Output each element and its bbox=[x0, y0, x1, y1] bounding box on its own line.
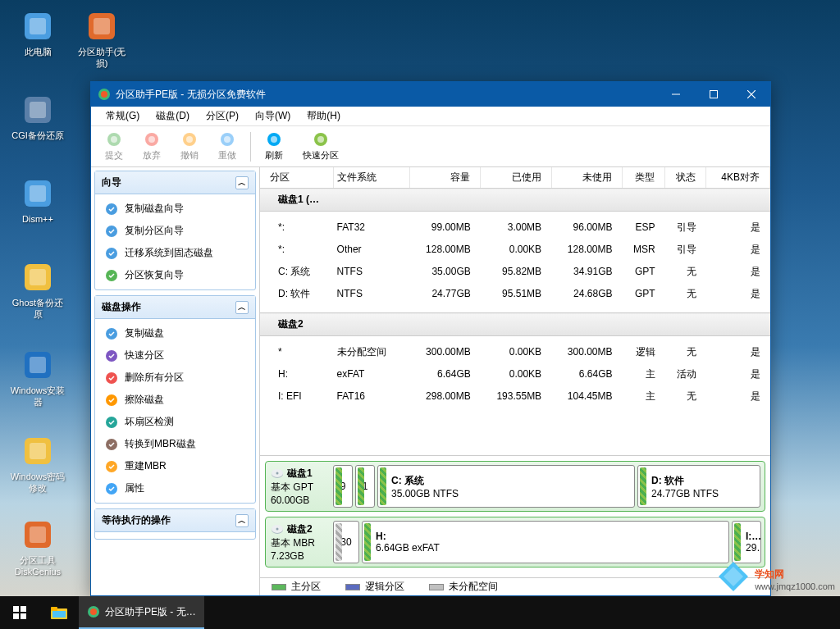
menu-item[interactable]: 向导(W) bbox=[247, 107, 299, 125]
close-button[interactable] bbox=[733, 82, 770, 107]
sidebar-item[interactable]: 迁移系统到固态磁盘 bbox=[95, 242, 255, 264]
disk-map-row[interactable]: 磁盘2基本 MBR7.23GB30H:6.64GB exFATI:…29… bbox=[265, 517, 765, 567]
menu-item[interactable]: 分区(P) bbox=[198, 107, 247, 125]
legend: 主分区逻辑分区未分配空间 bbox=[260, 577, 770, 595]
svg-rect-3 bbox=[94, 18, 110, 34]
partition-block[interactable]: 30 bbox=[333, 521, 359, 563]
partition-block[interactable]: D: 软件24.77GB NTFS bbox=[637, 465, 760, 508]
sidebar-item[interactable]: 坏扇区检测 bbox=[95, 411, 255, 433]
partition-row[interactable]: *未分配空间300.00MB0.00KB300.00MB逻辑无是 bbox=[260, 341, 770, 363]
svg-point-17 bbox=[101, 91, 107, 98]
panel-title: 磁盘操作 bbox=[102, 300, 141, 314]
cell: 6.64GB bbox=[409, 363, 480, 385]
column-header[interactable]: 未使用 bbox=[551, 167, 622, 189]
partition-row[interactable]: I: EFIFAT16298.00MB193.55MB104.45MB主无是 bbox=[260, 385, 770, 408]
item-label: 擦除磁盘 bbox=[125, 393, 164, 407]
toolbar-刷新[interactable]: 刷新 bbox=[256, 129, 292, 165]
cell: MSR bbox=[622, 239, 664, 261]
desktop-icon[interactable]: 分区工具DiskGenius bbox=[10, 518, 66, 577]
desktop-icon[interactable]: CGI备份还原 bbox=[10, 93, 66, 141]
menu-item[interactable]: 常规(G) bbox=[98, 107, 148, 125]
desktop-icon[interactable]: 分区助手(无损) bbox=[74, 10, 130, 69]
column-header[interactable]: 分区 bbox=[260, 167, 334, 189]
desktop-icon-label: Windows密码修改 bbox=[10, 471, 66, 494]
partition-block[interactable]: 9 bbox=[333, 465, 353, 508]
cell: 无 bbox=[665, 385, 706, 408]
part-title: I:… bbox=[746, 531, 756, 542]
window-title: 分区助手PE版 - 无损分区免费软件 bbox=[116, 88, 657, 102]
cell: 6.64GB bbox=[551, 363, 622, 385]
panel-header[interactable]: 向导︿ bbox=[95, 171, 255, 194]
sidebar-item[interactable]: 快速分区 bbox=[95, 344, 255, 367]
svg-point-23 bbox=[111, 136, 117, 143]
sidebar-item[interactable]: 复制分区向导 bbox=[95, 220, 255, 242]
tool-icon bbox=[266, 131, 282, 148]
cell: 24.68GB bbox=[551, 283, 622, 305]
sidebar-item[interactable]: 转换到MBR磁盘 bbox=[95, 433, 255, 455]
cell: * bbox=[260, 341, 334, 363]
column-header[interactable]: 已使用 bbox=[481, 167, 551, 189]
legend-item: 主分区 bbox=[272, 580, 321, 594]
partition-row[interactable]: C: 系统NTFS35.00GB95.82MB34.91GBGPT无是 bbox=[260, 261, 770, 283]
partition-block[interactable]: H:6.64GB exFAT bbox=[362, 521, 729, 563]
partition-row[interactable]: *:FAT3299.00MB3.00MB96.00MBESP引导是 bbox=[260, 217, 770, 239]
cell: *: bbox=[260, 217, 334, 239]
maximize-button[interactable] bbox=[695, 82, 733, 107]
taskbar-task-active[interactable]: 分区助手PE版 - 无… bbox=[79, 596, 204, 629]
partition-row[interactable]: D: 软件NTFS24.77GB95.51MB24.68GBGPT无是 bbox=[260, 283, 770, 305]
app-icon bbox=[87, 605, 100, 618]
svg-rect-54 bbox=[13, 606, 19, 612]
disk-header-row[interactable]: 磁盘1 (… bbox=[260, 189, 770, 212]
collapse-icon[interactable]: ︿ bbox=[235, 301, 249, 314]
partition-block[interactable]: 1 bbox=[355, 465, 375, 508]
cell: NTFS bbox=[334, 261, 410, 283]
legend-label: 逻辑分区 bbox=[365, 580, 404, 594]
partition-block[interactable]: C: 系统35.00GB NTFS bbox=[377, 465, 635, 508]
tool-label: 刷新 bbox=[265, 149, 283, 162]
collapse-icon[interactable]: ︿ bbox=[235, 514, 249, 527]
menu-item[interactable]: 帮助(H) bbox=[299, 107, 349, 125]
desktop-icon-label: 分区工具DiskGenius bbox=[10, 554, 66, 577]
column-header[interactable]: 状态 bbox=[665, 167, 706, 189]
sidebar-item[interactable]: 复制磁盘向导 bbox=[95, 198, 255, 220]
item-icon bbox=[105, 327, 118, 340]
sidebar: 向导︿复制磁盘向导复制分区向导迁移系统到固态磁盘分区恢复向导磁盘操作︿复制磁盘快… bbox=[91, 167, 260, 595]
partition-block[interactable]: I:…29… bbox=[732, 521, 761, 563]
partition-row[interactable]: *:Other128.00MB0.00KB128.00MBMSR引导是 bbox=[260, 239, 770, 261]
partition-row[interactable]: H:exFAT6.64GB0.00KB6.64GB主活动是 bbox=[260, 363, 770, 385]
watermark-logo-icon bbox=[717, 560, 750, 593]
column-header[interactable]: 4KB对齐 bbox=[706, 167, 770, 189]
column-header[interactable]: 类型 bbox=[622, 167, 664, 189]
cell: 无 bbox=[665, 261, 706, 283]
sidebar-item[interactable]: 擦除磁盘 bbox=[95, 389, 255, 411]
toolbar-快速分区[interactable]: 快速分区 bbox=[294, 129, 348, 165]
sidebar-item[interactable]: 重建MBR bbox=[95, 455, 255, 477]
disk-map-row[interactable]: 磁盘1基本 GPT60.00GB91C: 系统35.00GB NTFSD: 软件… bbox=[265, 461, 765, 512]
tool-icon bbox=[181, 131, 198, 148]
disk-header-row[interactable]: 磁盘2 bbox=[260, 313, 770, 336]
column-header[interactable]: 容量 bbox=[409, 167, 480, 189]
tool-icon bbox=[106, 131, 122, 148]
sidebar-item[interactable]: 复制磁盘 bbox=[95, 322, 255, 344]
item-label: 属性 bbox=[125, 481, 144, 495]
item-icon bbox=[105, 460, 118, 473]
desktop-icon[interactable]: 此电脑 bbox=[10, 10, 66, 57]
panel-header[interactable]: 等待执行的操作︿ bbox=[95, 509, 255, 532]
desktop-icon[interactable]: Ghost备份还原 bbox=[10, 261, 66, 320]
sidebar-item[interactable]: 属性 bbox=[95, 477, 255, 499]
start-button[interactable] bbox=[0, 596, 39, 629]
sidebar-item[interactable]: 删除所有分区 bbox=[95, 367, 255, 389]
taskbar-explorer[interactable] bbox=[39, 596, 79, 629]
panel-header[interactable]: 磁盘操作︿ bbox=[95, 296, 255, 319]
desktop-icon[interactable]: Windows密码修改 bbox=[10, 435, 66, 494]
legend-swatch bbox=[345, 584, 360, 590]
desktop-icon[interactable]: Dism++ bbox=[10, 177, 66, 225]
desktop-icon[interactable]: Windows安装器 bbox=[10, 349, 66, 408]
sidebar-item[interactable]: 分区恢复向导 bbox=[95, 264, 255, 286]
titlebar[interactable]: 分区助手PE版 - 无损分区免费软件 bbox=[91, 82, 770, 107]
collapse-icon[interactable]: ︿ bbox=[235, 176, 249, 189]
minimize-button[interactable] bbox=[657, 82, 695, 107]
column-header[interactable]: 文件系统 bbox=[334, 167, 410, 189]
menu-item[interactable]: 磁盘(D) bbox=[148, 107, 198, 125]
disk-name: 磁盘1 (… bbox=[260, 189, 770, 212]
